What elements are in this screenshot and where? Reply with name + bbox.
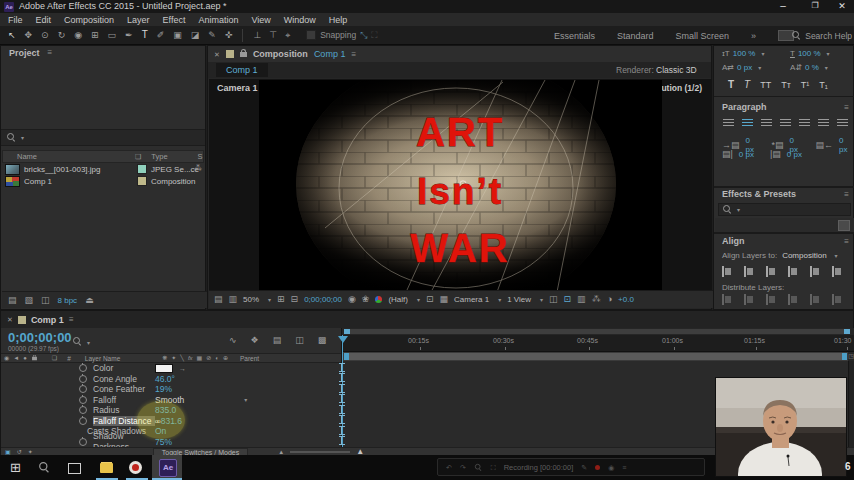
- align-v-center-icon[interactable]: [810, 266, 824, 277]
- project-col-type[interactable]: Type: [151, 152, 167, 161]
- show-snapshot-icon[interactable]: ❀: [362, 295, 370, 304]
- distribute-v-center-icon[interactable]: [744, 294, 758, 305]
- quality-switch-icon[interactable]: ╲: [180, 355, 184, 361]
- project-search-icon[interactable]: [7, 133, 16, 142]
- project-col-s[interactable]: S: [198, 152, 203, 161]
- menu-effect[interactable]: Effect: [163, 15, 186, 25]
- justify-all-icon[interactable]: [836, 117, 849, 128]
- view-axis-mode-icon[interactable]: ⌖: [285, 31, 290, 40]
- stopwatch-icon[interactable]: [79, 385, 87, 393]
- hide-shy-layers-icon[interactable]: ▤: [273, 336, 282, 345]
- task-view-icon[interactable]: [68, 463, 81, 474]
- snapshot-icon[interactable]: ◉: [348, 295, 356, 304]
- menu-composition[interactable]: Composition: [64, 15, 114, 25]
- frame-blending-icon[interactable]: ◫: [295, 336, 304, 345]
- rec-record-dot[interactable]: [595, 465, 600, 470]
- menu-help[interactable]: Help: [329, 15, 348, 25]
- label-swatch[interactable]: [137, 176, 147, 186]
- snap-grid-icon[interactable]: ⛶: [371, 31, 377, 40]
- time-ruler[interactable]: 00:15s 00:30s 00:45s 01:00s 01:15s 01:30: [342, 335, 854, 352]
- menu-view[interactable]: View: [251, 15, 270, 25]
- project-panel-menu-icon[interactable]: ≡: [48, 48, 53, 57]
- space-before-value[interactable]: 0 px: [739, 150, 754, 159]
- cone-feather-value[interactable]: 19%: [155, 384, 172, 395]
- project-item-comp[interactable]: Comp 1 Composition: [1, 175, 205, 187]
- align-left-icon[interactable]: [722, 117, 735, 128]
- hand-tool-icon[interactable]: ✥: [25, 31, 33, 40]
- menu-window[interactable]: Window: [284, 15, 316, 25]
- view-layout-selector[interactable]: 1 View: [507, 295, 531, 304]
- pan-behind-tool-icon[interactable]: ⊞: [91, 31, 99, 40]
- resolution-value[interactable]: (Half): [388, 295, 408, 304]
- effects-presets-header[interactable]: Effects & Presets ≡: [722, 189, 849, 199]
- timeline-button-icon[interactable]: ▥: [577, 295, 586, 304]
- cone-angle-value[interactable]: 46.0°: [155, 374, 175, 385]
- comp-marker-bin-icon[interactable]: ◳: [848, 353, 854, 359]
- project-col-name[interactable]: Name: [17, 152, 37, 161]
- file-explorer-icon[interactable]: [100, 463, 113, 473]
- work-area-end-handle[interactable]: [842, 353, 847, 360]
- layer-name-column-label[interactable]: Layer Name: [85, 355, 120, 362]
- snap-options-icon[interactable]: ⤡: [360, 31, 367, 40]
- space-after-value[interactable]: 0 px: [787, 150, 802, 159]
- property-row-cone-feather[interactable]: Cone Feather 19%: [1, 384, 341, 395]
- align-top-edge-icon[interactable]: [788, 266, 802, 277]
- align-bottom-edge-icon[interactable]: [832, 266, 846, 277]
- start-button-icon[interactable]: ⊞: [10, 461, 21, 474]
- rec-undo-icon[interactable]: ↶: [446, 464, 452, 471]
- video-column-icon[interactable]: ◉: [4, 355, 9, 361]
- baseline-shift-value[interactable]: 0 %: [805, 63, 819, 72]
- distribute-bottom-icon[interactable]: [766, 294, 780, 305]
- project-item-bricks[interactable]: bricks__[001-003].jpg JPEG Se...ce ⁂: [1, 163, 205, 175]
- small-caps-button[interactable]: Tт: [781, 80, 791, 90]
- align-left-edge-icon[interactable]: [722, 266, 736, 277]
- effects-presets-menu-icon[interactable]: ≡: [844, 190, 849, 199]
- timeline-tab[interactable]: Comp 1: [31, 315, 64, 325]
- workspace-essentials[interactable]: Essentials: [554, 31, 595, 41]
- property-row-cone-angle[interactable]: Cone Angle 46.0°: [1, 374, 341, 385]
- stopwatch-icon[interactable]: [79, 417, 87, 425]
- zoom-level[interactable]: 50%: [243, 295, 259, 304]
- new-composition-icon[interactable]: ◫: [41, 296, 50, 305]
- type-tool-icon[interactable]: T: [142, 30, 148, 40]
- solo-column-icon[interactable]: ●: [23, 355, 27, 361]
- brush-tool-icon[interactable]: ✐: [157, 31, 165, 40]
- composition-panel-title[interactable]: Composition: [253, 49, 308, 59]
- justify-last-left-icon[interactable]: [779, 117, 792, 128]
- pixel-aspect-icon[interactable]: ◫: [549, 295, 558, 304]
- rec-redo-icon[interactable]: ↷: [460, 464, 466, 471]
- world-axis-mode-icon[interactable]: ⊤: [269, 31, 277, 40]
- clone-stamp-tool-icon[interactable]: ▣: [173, 31, 182, 40]
- distribute-right-icon[interactable]: [832, 294, 846, 305]
- search-help-label[interactable]: Search Help: [805, 31, 852, 41]
- work-area-bar[interactable]: [343, 352, 848, 361]
- justify-last-center-icon[interactable]: [798, 117, 811, 128]
- menu-layer[interactable]: Layer: [127, 15, 150, 25]
- project-tab[interactable]: Project: [9, 48, 40, 58]
- faux-italic-button[interactable]: T: [744, 79, 750, 90]
- color-swatch[interactable]: [155, 364, 173, 373]
- align-h-center-icon[interactable]: [744, 266, 758, 277]
- exposure-value[interactable]: +0.0: [618, 295, 634, 304]
- after-effects-taskbar-icon[interactable]: Ae: [159, 459, 177, 477]
- stopwatch-icon[interactable]: [79, 406, 87, 414]
- panel-close-icon[interactable]: ✕: [214, 51, 220, 58]
- panel-corner-icon[interactable]: [838, 220, 850, 231]
- workspace-standard[interactable]: Standard: [617, 31, 654, 41]
- timeline-close-icon[interactable]: ✕: [7, 316, 13, 323]
- channels-icon[interactable]: [375, 296, 382, 303]
- shape-tool-icon[interactable]: ▭: [108, 31, 117, 40]
- reset-exposure-icon[interactable]: ◑: [607, 295, 612, 304]
- align-panel-header[interactable]: Align ≡: [722, 236, 849, 246]
- align-menu-icon[interactable]: ≡: [844, 237, 849, 246]
- draft-3d-icon[interactable]: ❖: [251, 336, 259, 345]
- rec-fullscreen-icon[interactable]: ⛶: [491, 464, 496, 471]
- roi-icon[interactable]: ⊡: [426, 295, 434, 304]
- label-column-icon2[interactable]: ❏: [52, 355, 57, 361]
- label-column-icon[interactable]: ❏: [135, 153, 141, 160]
- indent-right-value[interactable]: 0 px: [839, 136, 853, 154]
- transparency-grid-icon[interactable]: ▦: [440, 295, 449, 304]
- composition-panel-menu-icon[interactable]: ≡: [351, 50, 356, 59]
- timeline-current-time[interactable]: 0;00;00;00: [8, 330, 72, 345]
- playhead-marker[interactable]: [338, 336, 348, 343]
